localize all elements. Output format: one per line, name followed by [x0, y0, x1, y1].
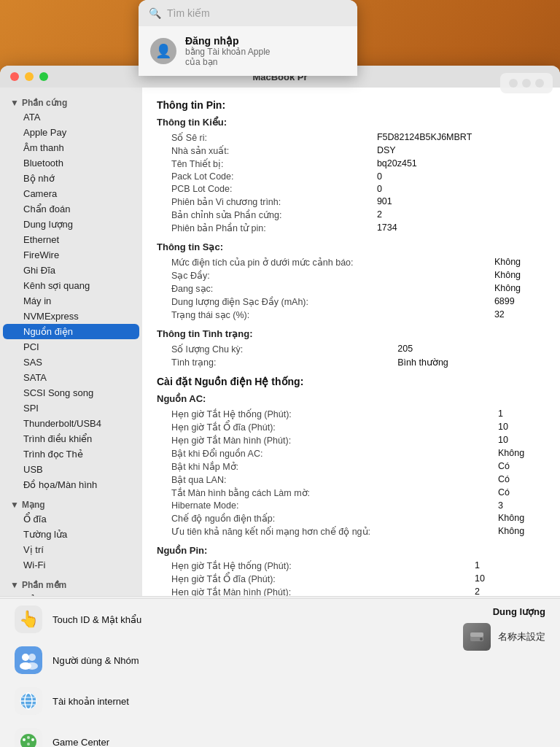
storage-section: Dung lượng 名称未設定	[463, 606, 545, 651]
info-sac-title: Thông tin Sạc:	[157, 241, 545, 252]
sidebar-item-bonho[interactable]: Bộ nhớ	[3, 171, 139, 186]
svg-point-16	[480, 638, 483, 640]
table-row: Tắt Màn hình bằng cách Làm mờ:Có	[157, 486, 545, 499]
network-label: Mạng	[22, 500, 45, 510]
sidebar-item-chandoan[interactable]: Chẩn đoán	[3, 201, 139, 217]
hardware-label: Phần cứng	[22, 98, 67, 108]
nguon-pin-title: Nguồn Pin:	[157, 545, 545, 556]
hardware-arrow: ▼	[10, 98, 19, 108]
sidebar-item-sas[interactable]: SAS	[3, 355, 139, 370]
caidat-title: Cài đặt Nguồn điện Hệ thống:	[157, 376, 545, 387]
sidebar-item-wifi[interactable]: Wi-Fi	[3, 557, 139, 573]
table-row: Dung lượng điện Sạc Đầy (mAh):6899	[157, 295, 545, 308]
info-kieu-table: Số Sê ri:F5D82124B5KJ6MBRT Nhà sản xuất:…	[157, 131, 545, 234]
sidebar-item-sata[interactable]: SATA	[3, 370, 139, 385]
storage-icon	[463, 623, 491, 651]
users-label: Người dùng & Nhóm	[52, 655, 139, 666]
traffic-light-1	[509, 79, 518, 88]
svg-point-10	[23, 738, 26, 741]
login-sub2: của bạn	[185, 57, 271, 67]
table-row: Tình trạng:Bình thường	[157, 355, 545, 368]
storage-device-name: 名称未設定	[498, 630, 545, 643]
internet-icon	[15, 687, 42, 715]
sysinfo-body: ▼ Phần cứng ATA Apple Pay Âm thanh Bluet…	[0, 88, 560, 596]
sidebar-item-ethernet[interactable]: Ethernet	[3, 232, 139, 247]
sidebar-item-nguondien[interactable]: Nguồn điện	[3, 324, 139, 339]
sidebar-item-kenhsoiquang[interactable]: Kênh sợi quang	[3, 278, 139, 293]
search-icon: 🔍	[149, 7, 161, 19]
sidebar-item-bluetooth[interactable]: Bluetooth	[3, 155, 139, 171]
sidebar-item-pci[interactable]: PCI	[3, 339, 139, 355]
info-tinhtrang-table: Số lượng Chu kỳ:205 Tình trạng:Bình thườ…	[157, 342, 545, 368]
software-arrow: ▼	[10, 580, 19, 590]
sidebar-item-ata[interactable]: ATA	[3, 109, 139, 125]
search-placeholder[interactable]: Tìm kiếm	[167, 7, 347, 19]
table-row: Đang sạc:Không	[157, 282, 545, 295]
nguon-pin-table: Hẹn giờ Tắt Hệ thống (Phút):1 Hẹn giờ Tắ…	[157, 559, 545, 596]
sidebar-item-dohoa[interactable]: Đồ họa/Màn hình	[3, 477, 139, 492]
sidebar-item-camera[interactable]: Camera	[3, 186, 139, 201]
sidebar-item-spi[interactable]: SPI	[3, 400, 139, 416]
table-row: Ưu tiên khả năng kết nối mạng hơn chế độ…	[157, 525, 545, 538]
table-row: Hẹn giờ Tắt Ổ đĩa (Phút):10	[157, 572, 545, 585]
sidebar-item-trinhdocthe[interactable]: Trình đọc Thẻ	[3, 446, 139, 462]
table-row: Chế độ nguồn điện thấp:Không	[157, 511, 545, 525]
traffic-light-2	[522, 79, 531, 88]
svg-point-0	[22, 654, 29, 661]
sidebar-item-vitri[interactable]: Vị trí	[3, 542, 139, 557]
network-section: ▼ Mạng Ổ đĩa Tường lửa Vị trí Wi-Fi	[0, 495, 142, 573]
table-row: Hẹn giờ Tắt Hệ thống (Phút):1	[157, 559, 545, 572]
sidebar-item-ghidia[interactable]: Ghi Đĩa	[3, 263, 139, 278]
svg-point-3	[26, 662, 38, 670]
sysinfo-window: MacBook Pr ▼ Phần cứng ATA Apple Pay Âm …	[0, 66, 560, 616]
minimize-button[interactable]	[25, 72, 34, 81]
search-bar: 🔍 Tìm kiếm	[139, 0, 357, 26]
sidebar-item-nvmexpress[interactable]: NVMExpress	[3, 309, 139, 324]
table-row: PCB Lot Code:0	[157, 182, 545, 195]
close-button[interactable]	[10, 72, 19, 81]
table-row: Số Sê ri:F5D82124B5KJ6MBRT	[157, 131, 545, 144]
table-row: Hẹn giờ Tắt Ổ đĩa (Phút):10	[157, 420, 545, 433]
table-row: Hẹn giờ Tắt Màn hình (Phút):2	[157, 585, 545, 596]
page-title: Thông tin Pin:	[157, 99, 545, 111]
touchid-icon: 👆	[15, 605, 42, 633]
sidebar-item-mayin[interactable]: Máy in	[3, 293, 139, 309]
table-row: Bật qua LAN:Có	[157, 473, 545, 486]
sidebar-item-scsi[interactable]: SCSI Song song	[3, 385, 139, 400]
storage-device-row: 名称未設定	[463, 623, 545, 651]
svg-point-13	[27, 743, 30, 746]
login-item[interactable]: 👤 Đăng nhập bằng Tài khoản Apple của bạn	[139, 26, 357, 76]
table-row: Phiên bản Phần tử pin:1734	[157, 221, 545, 234]
sidebar-item-applepay[interactable]: Apple Pay	[3, 125, 139, 140]
table-row: Mức điện tích của pin ở dưới mức cảnh bá…	[157, 255, 545, 268]
bottom-item-internet[interactable]: Tài khoản internet	[0, 681, 560, 721]
sidebar-item-firewire[interactable]: FireWire	[3, 247, 139, 263]
sidebar-item-tuonglua[interactable]: Tường lửa	[3, 527, 139, 542]
table-row: Sạc Đầy:Không	[157, 268, 545, 282]
svg-point-1	[28, 654, 36, 661]
avatar: 👤	[150, 38, 176, 64]
storage-label: Dung lượng	[493, 606, 545, 617]
table-row: Nhà sản xuất:DSY	[157, 144, 545, 157]
sidebar-item-amthanh[interactable]: Âm thanh	[3, 140, 139, 155]
sidebar-item-usb[interactable]: USB	[3, 462, 139, 477]
table-row: Bản chỉnh sửa Phần cứng:2	[157, 208, 545, 221]
nguon-ac-title: Nguồn AC:	[157, 393, 545, 404]
table-row: Hẹn giờ Tắt Hệ thống (Phút):1	[157, 407, 545, 420]
software-group[interactable]: ▼ Phần mềm	[0, 576, 142, 592]
table-row: Pack Lot Code:0	[157, 170, 545, 182]
info-kieu-title: Thông tin Kiểu:	[157, 117, 545, 128]
nguon-ac-table: Hẹn giờ Tắt Hệ thống (Phút):1 Hẹn giờ Tắ…	[157, 407, 545, 538]
sidebar-item-trinhdieukhien[interactable]: Trình điều khiển	[3, 431, 139, 446]
sidebar-item-odia[interactable]: Ổ đĩa	[3, 511, 139, 527]
sidebar-item-thunderbolt[interactable]: Thunderbolt/USB4	[3, 416, 139, 431]
sidebar-item-dunglugng[interactable]: Dung lượng	[3, 217, 139, 232]
svg-point-11	[27, 736, 30, 739]
network-group[interactable]: ▼ Mạng	[0, 495, 142, 511]
bottom-item-gamecenter[interactable]: Game Center	[0, 721, 560, 747]
info-tinhtrang-title: Thông tin Tình trạng:	[157, 328, 545, 339]
maximize-button[interactable]	[39, 72, 48, 81]
software-section: ▼ Phần mềm Bản ghi Cài đặt Cấu hình Dịch…	[0, 576, 142, 596]
hardware-group[interactable]: ▼ Phần cứng	[0, 93, 142, 109]
table-row: Hẹn giờ Tắt Màn hình (Phút):10	[157, 433, 545, 446]
